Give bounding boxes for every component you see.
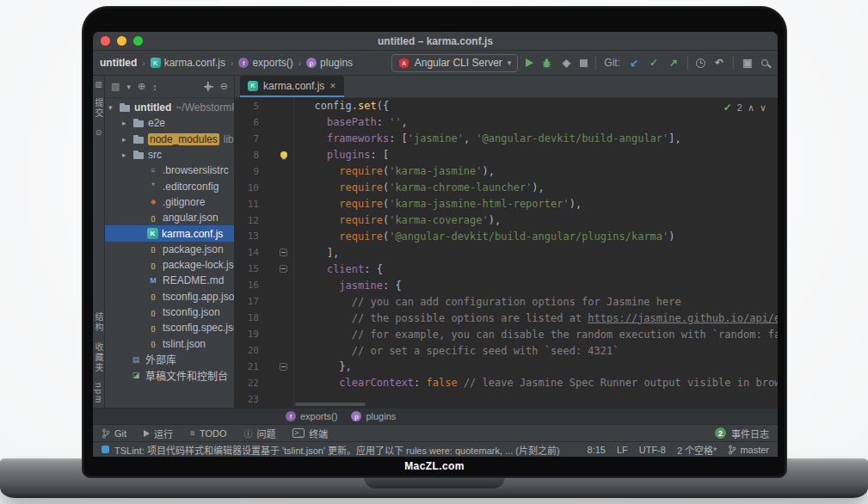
close-tab-icon[interactable]: ✕ [329,82,336,90]
search-everywhere-button[interactable] [761,59,768,66]
fold-icon[interactable] [280,249,287,256]
breadcrumb-project[interactable]: untitled [100,57,137,69]
hide-panel-icon[interactable]: ⊖ [220,81,228,92]
git-branch-widget[interactable]: master [728,445,769,455]
project-view-selector-icon[interactable]: ▥ [111,81,120,92]
tree-item-karma.conf.js[interactable]: Kkarma.conf.js [105,225,234,241]
fold-icon[interactable] [280,265,287,273]
tree-item-tsconfig.json[interactable]: {}tsconfig.json [105,304,234,320]
tree-item-tslint.json[interactable]: {}tslint.json [105,335,234,351]
git-push-button[interactable]: ↗ [668,57,680,69]
fullscreen-window-button[interactable] [133,36,143,46]
close-window-button[interactable] [101,36,110,46]
chevron-right-icon[interactable]: ▸ [122,135,132,144]
inspection-widget[interactable]: ✓ 2 ∧ ∨ [723,101,766,114]
tree-item-.editorconfig[interactable]: *.editorconfig [105,178,234,194]
tree-item-.gitignore[interactable]: ◆.gitignore [105,194,234,210]
code-line-8[interactable]: 8 plugins: [ [235,147,778,163]
code-line-22[interactable]: 22 clearContext: false // leave Jasmine … [235,375,778,391]
todo-toolwindow-button[interactable]: ≡ TODO [190,428,226,439]
prev-warning-icon[interactable]: ∧ [748,102,754,114]
caret-position[interactable]: 8:15 [587,445,605,455]
code-line-17[interactable]: 17 // you can add configuration options … [235,293,778,310]
file-encoding[interactable]: UTF-8 [639,445,666,455]
settings-gear-icon[interactable] [204,82,213,91]
run-button[interactable] [526,58,533,67]
git-commit-button[interactable]: ✓ [648,57,660,69]
code-line-12[interactable]: 12 require('karma-coverage'), [235,212,778,229]
expand-collapse-icon[interactable]: ↕ [152,82,157,92]
fold-slot[interactable] [259,261,293,277]
code-line-7[interactable]: 7 frameworks: ['jasmine', '@angular-devk… [235,131,778,147]
code-line-18[interactable]: 18 // the possible options are listed at… [235,310,778,326]
code-editor[interactable]: 5 config.set({6 basePath: '',7 framework… [235,98,778,408]
tree-item-tsconfig.app.json[interactable]: {}tsconfig.app.json [105,289,234,304]
fold-icon[interactable] [280,363,287,371]
horizontal-scrollbar[interactable] [295,403,366,406]
problems-toolwindow-button[interactable]: ⓘ 问题 [243,427,275,440]
status-message[interactable]: TSLint: 项目代码样式和编辑器设置基于 'tslint.json' 更新。… [102,443,576,457]
intention-bulb-icon[interactable] [280,151,287,158]
git-update-button[interactable]: ↙ [628,57,640,69]
tree-item-src[interactable]: ▸src [105,147,234,163]
fold-slot[interactable] [259,359,293,375]
tree-item-.browserslistrc[interactable]: ≡.browserslistrc [105,163,234,178]
breadcrumb-file[interactable]: K karma.conf.js [151,57,225,69]
code-line-9[interactable]: 9 require('karma-jasmine'), [235,163,778,180]
rollback-button[interactable]: ↶ [713,57,725,69]
code-line-14[interactable]: 14 ], [235,244,778,261]
chevron-down-icon[interactable]: ▾ [108,103,119,112]
tree-item-tsconfig.spec.json[interactable]: {}tsconfig.spec.json [105,320,234,335]
breadcrumb-plugins-bottom[interactable]: p plugins [351,411,396,421]
stop-button[interactable] [580,59,588,67]
tree-item-16[interactable]: ▤外部库 [105,352,234,367]
minimize-window-button[interactable] [117,36,126,46]
tree-item-node_modules[interactable]: ▸node_moduleslibrary root [105,132,234,147]
breadcrumb-exports[interactable]: f exports() [238,57,292,69]
code-line-10[interactable]: 10 require('karma-chrome-launcher'), [235,180,778,196]
code-line-6[interactable]: 6 basePath: '', [235,114,778,131]
git-toolwindow-button[interactable]: Git [102,428,126,439]
indent-setting[interactable]: 2 个空格* [677,443,717,457]
tree-item-e2e[interactable]: ▸e2e [105,115,234,131]
tree-item-angular.json[interactable]: {}angular.json [105,210,234,225]
code-line-19[interactable]: 19 // for example, you can disable the r… [235,326,778,342]
next-warning-icon[interactable]: ∨ [760,102,766,114]
run-configuration-select[interactable]: A Angular CLI Server ▾ [391,54,519,72]
line-separator[interactable]: LF [617,445,628,455]
tree-item-package.json[interactable]: {}package.json [105,242,234,257]
tree-item-untitled[interactable]: ▾untitled~/WebstormProjects/untitled [105,100,234,115]
editor-tab-karma-conf[interactable]: K karma.conf.js ✕ [240,76,344,97]
local-history-button[interactable] [696,58,705,68]
code-line-11[interactable]: 11 require('karma-jasmine-html-reporter'… [235,196,778,212]
tree-item-17[interactable]: ◪草稿文件和控制台 [105,367,234,383]
event-log-button[interactable]: 2 事件日志 [715,427,769,440]
code-line-5[interactable]: 5 config.set({ [235,98,778,114]
layout-button[interactable]: ▣ [742,57,754,69]
coverage-button[interactable]: ◈ [560,57,572,69]
code-line-16[interactable]: 16 jasmine: { [235,277,778,293]
tree-item-package-lock.json[interactable]: {}package-lock.json [105,257,234,273]
breadcrumb-plugins[interactable]: p plugins [306,57,353,69]
project-stripe-icon[interactable]: ▥ [95,80,102,89]
code-line-15[interactable]: 15 client: { [235,261,778,277]
code-line-20[interactable]: 20 // or set a specific seed with `seed:… [235,342,778,359]
stripe-favorites-button[interactable]: 收藏夹 [93,342,105,373]
code-line-13[interactable]: 13 require('@angular-devkit/build-angula… [235,229,778,245]
stripe-commit-button[interactable]: 提交 [93,98,105,119]
chevron-down-icon[interactable]: ▾ [126,83,131,91]
stripe-npm-button[interactable]: npm [94,383,103,404]
run-toolwindow-button[interactable]: 运行 [144,427,173,440]
debug-button[interactable] [541,58,552,69]
locate-file-icon[interactable]: ⊕ [138,81,145,92]
code-line-21[interactable]: 21 }, [235,359,778,375]
intention-bulb-slot[interactable] [259,147,293,163]
fold-slot[interactable] [259,244,293,261]
vcs-stripe-icon[interactable]: ⊙ [95,128,102,137]
stripe-structure-button[interactable]: 结构 [93,312,105,333]
chevron-right-icon[interactable]: ▸ [122,151,132,159]
tree-item-README.md[interactable]: MREADME.md [105,273,234,288]
terminal-toolwindow-button[interactable]: >_ 终端 [292,427,328,440]
chevron-right-icon[interactable]: ▸ [122,119,132,127]
breadcrumb-exports-bottom[interactable]: f exports() [286,411,337,421]
